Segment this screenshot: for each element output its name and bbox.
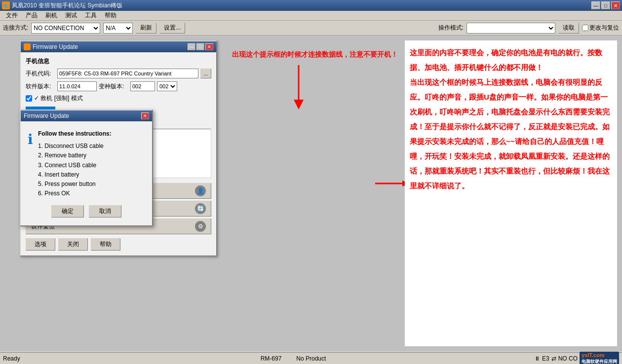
title-bar-left: 🐦 凤凰2010 奎班智能手机论坛 Symbian稀饭 (2, 1, 122, 10)
fw-title-text: Firmware Update (33, 43, 78, 50)
fw-help-btn[interactable]: 帮助 (91, 238, 120, 251)
info-icon: ℹ (28, 131, 33, 198)
fw-title-bar: Firmware Update — □ ✕ (21, 41, 216, 52)
down-arrow-svg (286, 63, 311, 112)
close-btn[interactable]: ✕ (611, 1, 620, 9)
menu-help[interactable]: 帮助 (101, 10, 120, 21)
status-pause-icon: ⏸ (534, 355, 540, 362)
connection-select[interactable]: NO CONNECTION (31, 23, 100, 34)
menu-bar: 文件 产品 刷机 测试 工具 帮助 (0, 11, 622, 21)
sw-version-row: 软件版本: 变种版本: 002 (26, 81, 211, 91)
instruction-4: 4. Insert battery (38, 170, 112, 180)
menu-file[interactable]: 文件 (2, 10, 22, 21)
app-icon: 🐦 (2, 1, 10, 9)
fw-dialog-text: Follow these instructions: 1. Disconnect… (38, 129, 112, 198)
operation-label: 操作模式: (438, 24, 464, 32)
fw-close-bottom-btn[interactable]: 关闭 (58, 238, 88, 251)
sw-version-label: 软件版本: (26, 82, 55, 91)
menu-product[interactable]: 产品 (22, 10, 41, 21)
cn-para-1: 这里面的内容不要理会，确定你的电池是有电的就行。按数据、加电池、插开机键什么的都… (410, 45, 612, 75)
variant-label: 变种版本: (99, 82, 128, 91)
fw-bottom-btns: 选项 关闭 帮助 (26, 238, 211, 251)
fw-title-left: Firmware Update (24, 43, 78, 50)
fw-title-icon (24, 43, 31, 50)
callout-text: 出现这个提示框的时候才连接数据线，注意不要开机！ (232, 50, 398, 59)
instruction-1: 1. Disconnect USB cable (38, 142, 112, 151)
fw-maximize-btn[interactable]: □ (196, 43, 204, 50)
phone-code-label: 手机代码: (26, 70, 55, 78)
instruction-5: 5. Press power button (38, 180, 112, 189)
settings-btn[interactable]: 设置... (159, 23, 185, 34)
factory-icon: 🔄 (195, 203, 206, 214)
options-btn[interactable]: 选项 (26, 238, 55, 251)
window-title: 凤凰2010 奎班智能手机论坛 Symbian稀饭 (12, 1, 122, 10)
dialog-ok-btn[interactable]: 确定 (51, 205, 84, 218)
toolbar: 连接方式: NO CONNECTION N/A 刷新 设置... 操作模式: 读… (0, 21, 622, 36)
reset-checkbox[interactable] (582, 25, 588, 31)
chinese-text-content: 这里面的内容不要理会，确定你的电池是有电的就行。按数据、加电池、插开机键什么的都… (410, 45, 612, 193)
phone-code-row: 手机代码: 059F5F8: C5-03 RM-697 PRC Country … (26, 69, 211, 78)
title-bar: 🐦 凤凰2010 奎班智能手机论坛 Symbian稀饭 — □ ✕ (0, 0, 622, 11)
refresh-btn[interactable]: 刷新 (136, 23, 156, 34)
operation-select[interactable] (466, 23, 555, 34)
cn-para-2: 当出现这个框的时候马上连接数据线，电脑会有很明显的反应。叮咚的声音，跟插U盘的声… (410, 75, 612, 193)
sw-version-input[interactable] (57, 81, 97, 91)
reset-label: 更改与复位 (589, 24, 619, 32)
minimize-btn[interactable]: — (591, 1, 600, 9)
fw-dialog-title-bar: Firmware Update ✕ (21, 110, 152, 121)
status-bar: Ready RM-697 No Product ⏸ Ε3 ⇄ NO CO ysI… (0, 352, 622, 364)
status-arrows-icon: ⇄ (551, 355, 556, 362)
reset-checkbox-label[interactable]: 更改与复位 (582, 24, 619, 32)
fw-dialog-content: ℹ Follow these instructions: 1. Disconne… (28, 129, 145, 198)
instruction-6: 6. Press OK (38, 189, 112, 198)
fw-close-btn[interactable]: ✕ (205, 43, 213, 50)
status-connection: NO CO (558, 355, 578, 362)
fw-dialog-buttons: 确定 取消 (28, 205, 145, 218)
phone-code-input[interactable]: 059F5F8: C5-03 RM-697 PRC Country Varian… (57, 69, 198, 78)
rescue-mode-label: ✓ 救机 [强制] 模式 (34, 94, 83, 103)
fw-minimize-btn[interactable]: — (188, 43, 195, 50)
window-controls[interactable]: — □ ✕ (591, 1, 620, 9)
maximize-btn[interactable]: □ (601, 1, 610, 9)
fw-dialog-body: ℹ Follow these instructions: 1. Disconne… (21, 121, 152, 225)
fw-title-controls[interactable]: — □ ✕ (188, 43, 213, 50)
phone-code-browse-btn[interactable]: ... (200, 69, 211, 78)
menu-flash[interactable]: 刷机 (41, 10, 61, 21)
na-select[interactable]: N/A (103, 23, 133, 34)
fw-dialog-title-text: Firmware Update (24, 112, 69, 119)
phone-info-title: 手机信息 (26, 57, 211, 66)
instruction-2: 2. Remove battery (38, 151, 112, 160)
rescue-mode-checkbox[interactable] (26, 95, 32, 102)
variant-input[interactable] (130, 81, 155, 91)
reset-icon: ⚙ (195, 221, 206, 232)
status-right: ⏸ Ε3 ⇄ NO CO ysIT.com 电脑软硬件应用网 (534, 352, 619, 364)
instruction-3: 3. Connect USB cable (38, 161, 112, 170)
rescue-mode-row: ✓ 救机 [强制] 模式 (26, 94, 211, 103)
toolbar-right: 操作模式: 读取 更改与复位 (438, 23, 619, 34)
variant-select[interactable]: 002 (157, 81, 177, 91)
status-logo: ysIT.com 电脑软硬件应用网 (580, 352, 619, 364)
instructions-title: Follow these instructions: (38, 129, 112, 139)
fw-dialog: Firmware Update ✕ ℹ Follow these instruc… (20, 109, 153, 226)
status-ready: Ready (3, 355, 52, 362)
menu-test[interactable]: 测试 (61, 10, 81, 21)
upgrade-icon: 👤 (195, 185, 206, 196)
status-middle: RM-697 No Product (52, 355, 534, 362)
chinese-text-panel: 这里面的内容不要理会，确定你的电池是有电的就行。按数据、加电池、插开机键什么的都… (405, 40, 617, 346)
fw-dialog-close-btn[interactable]: ✕ (141, 112, 149, 119)
svg-marker-1 (294, 100, 304, 109)
menu-tools[interactable]: 工具 (81, 10, 101, 21)
status-e3-icon: Ε3 (542, 355, 549, 362)
status-model: RM-697 (261, 355, 282, 362)
dialog-cancel-btn[interactable]: 取消 (89, 205, 121, 218)
main-content: Firmware Update — □ ✕ 手机信息 手机代码: 059F5F8… (0, 36, 622, 351)
connection-label: 连接方式: (3, 24, 28, 32)
status-product: No Product (296, 355, 326, 362)
read-btn[interactable]: 读取 (558, 23, 579, 34)
